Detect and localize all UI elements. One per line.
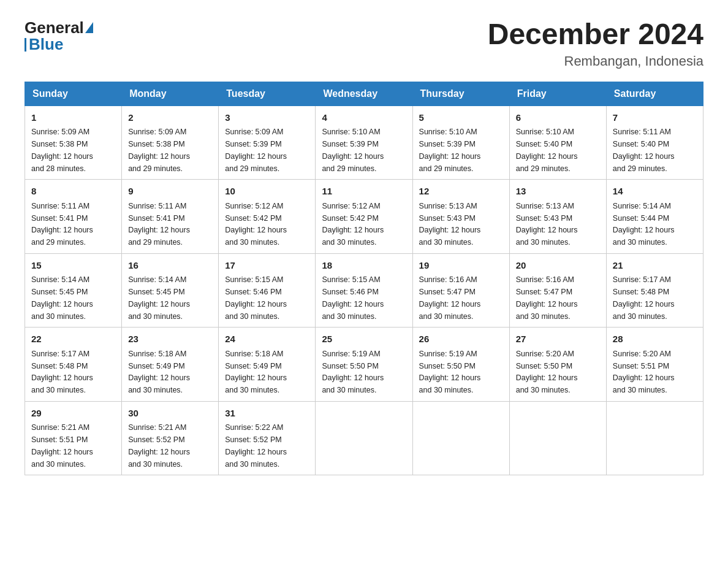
day-number: 22 [31,332,115,347]
day-number: 17 [225,259,309,273]
day-number: 14 [613,185,697,199]
day-number: 20 [516,259,600,273]
day-number: 10 [225,185,309,199]
day-info: Sunrise: 5:20 AMSunset: 5:51 PMDaylight:… [613,350,675,394]
calendar-week-row: 8 Sunrise: 5:11 AMSunset: 5:41 PMDayligh… [25,180,703,254]
table-row: 9 Sunrise: 5:11 AMSunset: 5:41 PMDayligh… [122,180,219,254]
table-row: 29 Sunrise: 5:21 AMSunset: 5:51 PMDaylig… [25,401,122,475]
col-monday: Monday [122,82,219,105]
day-number: 31 [225,407,309,421]
day-number: 21 [613,259,697,273]
day-number: 2 [128,111,212,125]
col-wednesday: Wednesday [316,82,412,105]
day-number: 18 [322,259,406,273]
col-friday: Friday [509,82,606,105]
day-number: 26 [419,332,503,347]
day-number: 25 [322,332,406,347]
title-section: December 2024 Rembangan, Indonesia [488,18,703,69]
table-row: 22 Sunrise: 5:17 AMSunset: 5:48 PMDaylig… [25,327,122,402]
day-number: 11 [322,185,406,199]
logo: General Blue [25,18,93,54]
col-sunday: Sunday [25,82,122,105]
logo-blue-text: Blue [29,35,63,54]
table-row [412,401,509,475]
table-row: 4 Sunrise: 5:10 AMSunset: 5:39 PMDayligh… [316,105,412,180]
day-info: Sunrise: 5:21 AMSunset: 5:52 PMDaylight:… [128,423,190,468]
day-number: 3 [225,111,309,125]
day-number: 28 [613,332,697,347]
day-number: 16 [128,259,212,273]
calendar-week-row: 22 Sunrise: 5:17 AMSunset: 5:48 PMDaylig… [25,327,703,402]
day-info: Sunrise: 5:17 AMSunset: 5:48 PMDaylight:… [31,350,93,394]
calendar-table: Sunday Monday Tuesday Wednesday Thursday… [25,82,703,476]
day-info: Sunrise: 5:11 AMSunset: 5:40 PMDaylight:… [613,128,675,172]
table-row: 19 Sunrise: 5:16 AMSunset: 5:47 PMDaylig… [412,253,509,327]
table-row: 23 Sunrise: 5:18 AMSunset: 5:49 PMDaylig… [122,327,219,402]
day-info: Sunrise: 5:11 AMSunset: 5:41 PMDaylight:… [128,202,190,247]
day-number: 19 [419,259,503,273]
table-row: 31 Sunrise: 5:22 AMSunset: 5:52 PMDaylig… [219,401,316,475]
table-row: 5 Sunrise: 5:10 AMSunset: 5:39 PMDayligh… [412,105,509,180]
table-row: 11 Sunrise: 5:12 AMSunset: 5:42 PMDaylig… [316,180,412,254]
day-number: 6 [516,111,600,125]
day-info: Sunrise: 5:11 AMSunset: 5:41 PMDaylight:… [31,202,93,247]
logo-triangle-icon [85,22,93,33]
table-row: 3 Sunrise: 5:09 AMSunset: 5:39 PMDayligh… [219,105,316,180]
day-info: Sunrise: 5:09 AMSunset: 5:38 PMDaylight:… [31,128,93,172]
day-info: Sunrise: 5:13 AMSunset: 5:43 PMDaylight:… [419,202,481,247]
day-number: 12 [419,185,503,199]
table-row: 24 Sunrise: 5:18 AMSunset: 5:49 PMDaylig… [219,327,316,402]
day-number: 13 [516,185,600,199]
table-row: 18 Sunrise: 5:15 AMSunset: 5:46 PMDaylig… [316,253,412,327]
table-row: 14 Sunrise: 5:14 AMSunset: 5:44 PMDaylig… [606,180,703,254]
calendar-week-row: 1 Sunrise: 5:09 AMSunset: 5:38 PMDayligh… [25,105,703,180]
table-row [509,401,606,475]
table-row: 13 Sunrise: 5:13 AMSunset: 5:43 PMDaylig… [509,180,606,254]
table-row: 20 Sunrise: 5:16 AMSunset: 5:47 PMDaylig… [509,253,606,327]
day-info: Sunrise: 5:15 AMSunset: 5:46 PMDaylight:… [225,275,287,320]
table-row: 12 Sunrise: 5:13 AMSunset: 5:43 PMDaylig… [412,180,509,254]
table-row: 1 Sunrise: 5:09 AMSunset: 5:38 PMDayligh… [25,105,122,180]
calendar-header-row: Sunday Monday Tuesday Wednesday Thursday… [25,82,703,105]
day-info: Sunrise: 5:09 AMSunset: 5:38 PMDaylight:… [128,128,190,172]
col-thursday: Thursday [412,82,509,105]
day-info: Sunrise: 5:13 AMSunset: 5:43 PMDaylight:… [516,202,578,247]
table-row: 25 Sunrise: 5:19 AMSunset: 5:50 PMDaylig… [316,327,412,402]
day-info: Sunrise: 5:09 AMSunset: 5:39 PMDaylight:… [225,128,287,172]
table-row: 16 Sunrise: 5:14 AMSunset: 5:45 PMDaylig… [122,253,219,327]
day-info: Sunrise: 5:14 AMSunset: 5:44 PMDaylight:… [613,202,675,247]
col-saturday: Saturday [606,82,703,105]
table-row: 15 Sunrise: 5:14 AMSunset: 5:45 PMDaylig… [25,253,122,327]
day-info: Sunrise: 5:18 AMSunset: 5:49 PMDaylight:… [128,350,190,394]
page-header: General Blue December 2024 Rembangan, In… [25,18,703,69]
day-number: 30 [128,407,212,421]
day-info: Sunrise: 5:19 AMSunset: 5:50 PMDaylight:… [322,350,384,394]
day-info: Sunrise: 5:10 AMSunset: 5:39 PMDaylight:… [322,128,384,172]
table-row: 26 Sunrise: 5:19 AMSunset: 5:50 PMDaylig… [412,327,509,402]
table-row: 21 Sunrise: 5:17 AMSunset: 5:48 PMDaylig… [606,253,703,327]
table-row [606,401,703,475]
day-info: Sunrise: 5:22 AMSunset: 5:52 PMDaylight:… [225,423,287,468]
day-number: 4 [322,111,406,125]
table-row: 10 Sunrise: 5:12 AMSunset: 5:42 PMDaylig… [219,180,316,254]
day-number: 5 [419,111,503,125]
day-number: 9 [128,185,212,199]
day-info: Sunrise: 5:12 AMSunset: 5:42 PMDaylight:… [225,202,287,247]
day-number: 1 [31,111,115,125]
day-info: Sunrise: 5:20 AMSunset: 5:50 PMDaylight:… [516,350,578,394]
day-number: 24 [225,332,309,347]
table-row: 6 Sunrise: 5:10 AMSunset: 5:40 PMDayligh… [509,105,606,180]
col-tuesday: Tuesday [219,82,316,105]
day-number: 27 [516,332,600,347]
day-info: Sunrise: 5:14 AMSunset: 5:45 PMDaylight:… [31,275,93,320]
table-row: 30 Sunrise: 5:21 AMSunset: 5:52 PMDaylig… [122,401,219,475]
table-row: 28 Sunrise: 5:20 AMSunset: 5:51 PMDaylig… [606,327,703,402]
day-number: 23 [128,332,212,347]
day-info: Sunrise: 5:21 AMSunset: 5:51 PMDaylight:… [31,423,93,468]
table-row: 27 Sunrise: 5:20 AMSunset: 5:50 PMDaylig… [509,327,606,402]
day-number: 15 [31,259,115,273]
table-row [316,401,412,475]
day-info: Sunrise: 5:14 AMSunset: 5:45 PMDaylight:… [128,275,190,320]
day-info: Sunrise: 5:18 AMSunset: 5:49 PMDaylight:… [225,350,287,394]
day-info: Sunrise: 5:10 AMSunset: 5:40 PMDaylight:… [516,128,578,172]
